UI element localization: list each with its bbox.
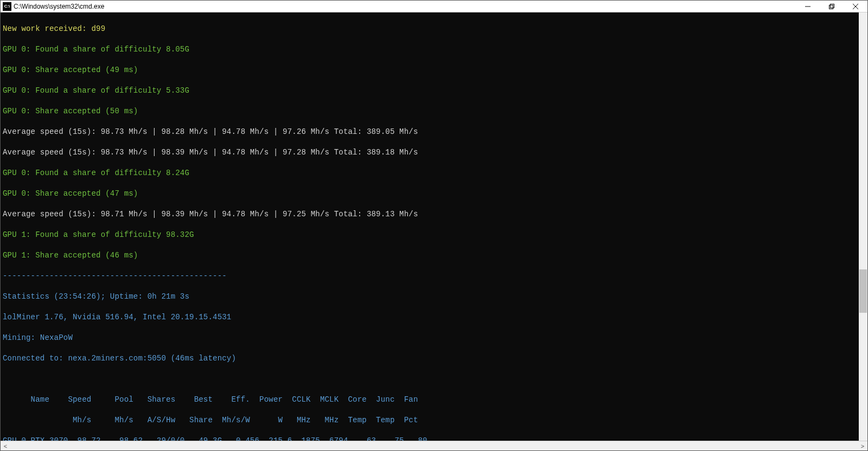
log-line: GPU 0: Share accepted (50 ms) [3,106,857,117]
svg-rect-0 [829,5,833,9]
stats-line: Connected to: nexa.2miners.com:5050 (46m… [3,353,857,364]
log-line: GPU 1: Found a share of difficulty 98.32… [3,230,857,240]
log-line: Average speed (15s): 98.73 Mh/s | 98.28 … [3,127,857,137]
window-title: C:\Windows\system32\cmd.exe [14,3,104,10]
cmd-icon: C:\ [3,2,11,11]
table-header: Mh/s Mh/s A/S/Hw Share Mh/s/W W MHz MHz … [3,415,857,426]
titlebar[interactable]: C:\ C:\Windows\system32\cmd.exe [1,1,867,12]
log-line: Average speed (15s): 98.71 Mh/s | 98.39 … [3,209,857,220]
cmd-window: C:\ C:\Windows\system32\cmd.exe New work… [0,0,868,451]
vertical-scrollbar[interactable] [859,12,867,441]
log-line: GPU 0: Found a share of difficulty 5.33G [3,86,857,96]
scroll-left-icon[interactable]: < [1,443,10,449]
minimize-button[interactable] [796,1,820,12]
log-line: GPU 1: Share accepted (46 ms) [3,250,857,261]
log-line: GPU 0: Found a share of difficulty 8.24G [3,168,857,178]
horizontal-scrollbar[interactable]: < > [1,441,867,450]
maximize-button[interactable] [820,1,844,12]
scrollbar-thumb[interactable] [859,269,867,313]
table-row: GPU 0 RTX 3070 98.72 98.62 29/0/0 49.3G … [3,436,857,441]
log-line: GPU 0: Share accepted (47 ms) [3,189,857,199]
log-line: Average speed (15s): 98.73 Mh/s | 98.39 … [3,147,857,158]
svg-rect-1 [831,4,834,8]
stats-line: Statistics (23:54:26); Uptime: 0h 21m 3s [3,292,857,302]
scroll-right-icon[interactable]: > [858,443,867,449]
terminal-viewport: New work received: d99 GPU 0: Found a sh… [1,12,867,441]
close-button[interactable] [844,1,867,12]
table-header: Name Speed Pool Shares Best Eff. Power C… [3,395,857,405]
stats-line: Mining: NexaPoW [3,333,857,343]
stats-line: lolMiner 1.76, Nvidia 516.94, Intel 20.1… [3,312,857,323]
terminal-content[interactable]: New work received: d99 GPU 0: Found a sh… [1,12,859,441]
log-line: New work received: d99 [3,24,857,34]
log-line: GPU 0: Share accepted (49 ms) [3,65,857,75]
stats-divider: ----------------------------------------… [3,271,857,281]
log-line: GPU 0: Found a share of difficulty 8.05G [3,44,857,55]
